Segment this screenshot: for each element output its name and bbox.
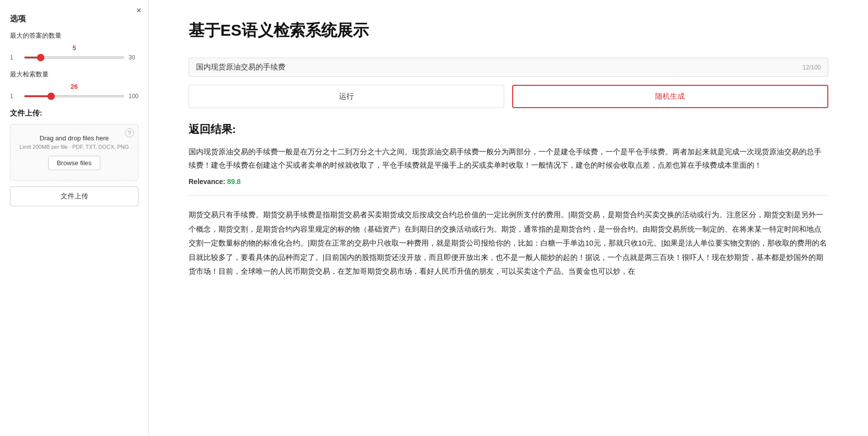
second-paragraph: 期货交易只有手续费。期货交易手续费是指期货交易者买卖期货成交后按成交合约总价值的… <box>189 208 828 279</box>
action-buttons: 运行 随机生成 <box>189 85 828 108</box>
browse-files-button[interactable]: Browse files <box>48 156 100 170</box>
max-search-min: 1 <box>10 93 20 100</box>
max-answers-label: 最大的答案的数量 <box>10 31 138 40</box>
max-search-section: 最大检索数量 26 1 100 <box>10 70 138 100</box>
max-answers-value: 5 <box>72 44 76 52</box>
result-paragraph: 国内现货原油交易的手续费一般是在万分之十二到万分之十六之间。现货原油交易手续费一… <box>189 145 828 172</box>
max-search-slider[interactable] <box>24 95 125 97</box>
max-answers-max: 30 <box>129 54 138 61</box>
options-title: 选项 <box>10 14 138 24</box>
max-search-max: 100 <box>129 93 138 100</box>
search-counter: 12/100 <box>802 64 821 71</box>
max-answers-section: 最大的答案的数量 5 1 30 <box>10 31 138 61</box>
max-answers-min: 1 <box>10 54 20 61</box>
relevance-value: 89.8 <box>227 178 241 186</box>
dropzone-subtitle: Limit 200MB per file · PDF, TXT, DOCX, P… <box>16 144 132 150</box>
max-search-label: 最大检索数量 <box>10 70 138 79</box>
dropzone-title: Drag and drop files here <box>16 134 132 142</box>
result-title: 返回结果: <box>189 122 828 137</box>
help-icon[interactable]: ? <box>125 128 134 137</box>
close-button[interactable]: × <box>136 6 141 15</box>
file-upload-button[interactable]: 文件上传 <box>10 187 138 206</box>
max-search-value: 26 <box>70 83 77 90</box>
run-button[interactable]: 运行 <box>189 85 504 108</box>
page-title: 基于ES语义检索系统展示 <box>189 20 828 42</box>
sidebar: × 选项 最大的答案的数量 5 1 30 最大检索数量 26 1 100 文件上… <box>0 0 149 436</box>
search-row: 12/100 <box>189 58 828 77</box>
main-content: 基于ES语义检索系统展示 12/100 运行 随机生成 返回结果: 国内现货原油… <box>149 0 868 436</box>
content-divider <box>189 195 828 196</box>
max-answers-slider[interactable] <box>24 57 125 59</box>
file-dropzone[interactable]: ? Drag and drop files here Limit 200MB p… <box>10 124 138 181</box>
file-upload-title: 文件上传: <box>10 109 138 118</box>
random-button[interactable]: 随机生成 <box>512 85 829 108</box>
relevance-label: Relevance: <box>189 178 225 186</box>
relevance-line: Relevance: 89.8 <box>189 178 828 186</box>
search-input[interactable] <box>196 63 797 71</box>
